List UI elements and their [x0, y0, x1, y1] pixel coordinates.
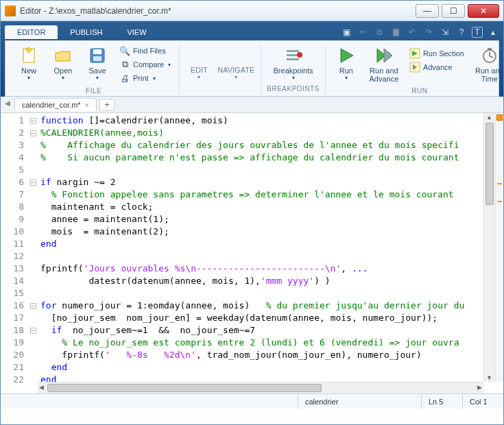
- fold-toggle: [28, 164, 38, 176]
- fold-toggle: [28, 189, 38, 201]
- open-icon: [53, 46, 73, 65]
- message-bar[interactable]: [495, 113, 503, 382]
- code-line[interactable]: %CALENDRIER(annee,mois): [40, 127, 483, 139]
- ribbon-tabs: EDITOR PUBLISH VIEW ▣ ✂ ⧉ 📋 ↶ ↷ ⇲ ? T ▴: [5, 24, 499, 40]
- fold-toggle: [28, 361, 38, 374]
- cut-icon[interactable]: ✂: [357, 26, 369, 38]
- collapse-ribbon-icon[interactable]: ▴: [487, 26, 499, 38]
- find-icon: 🔍: [119, 45, 130, 56]
- svg-point-7: [297, 52, 302, 58]
- code-line[interactable]: [40, 164, 483, 176]
- add-tab-button[interactable]: +: [99, 99, 115, 111]
- maximize-button[interactable]: ☐: [442, 4, 465, 18]
- advance-button[interactable]: Advance: [407, 61, 467, 73]
- run-section-button[interactable]: Run Section: [407, 47, 467, 60]
- close-tab-icon[interactable]: ×: [85, 101, 89, 109]
- fold-toggle[interactable]: −: [28, 114, 38, 127]
- fold-toggle[interactable]: −: [28, 300, 38, 312]
- fold-toggle: [28, 139, 38, 151]
- code-line[interactable]: fprintf(' %-8s %2d\n', trad_nom_jour(nom…: [40, 349, 483, 361]
- navigate-button[interactable]: NAVIGATE ▾: [217, 48, 255, 82]
- tab-publish[interactable]: PUBLISH: [58, 25, 115, 39]
- scroll-thumb[interactable]: [485, 123, 494, 205]
- run-advance-button[interactable]: Run and Advance: [365, 45, 403, 84]
- code-line[interactable]: end: [40, 238, 483, 250]
- code-line[interactable]: annee = maintenant(1);: [40, 213, 483, 226]
- breakpoints-button[interactable]: Breakpoints ▾: [271, 45, 316, 82]
- code-line[interactable]: for numero_jour = 1:eomday(annee, mois) …: [40, 300, 483, 312]
- line-number: 8: [2, 201, 24, 213]
- find-files-label: Find Files: [133, 47, 166, 55]
- paste-icon[interactable]: 📋: [389, 26, 402, 38]
- fold-toggle: [28, 263, 38, 275]
- advance-label: Advance: [423, 63, 453, 71]
- code-line[interactable]: [40, 250, 483, 263]
- code-line[interactable]: function []=calendrier(annee, mois): [40, 114, 483, 127]
- open-label: Open: [54, 66, 73, 75]
- line-number: 1: [2, 114, 24, 127]
- qa-toggle-icon[interactable]: T: [472, 27, 483, 38]
- svg-rect-2: [93, 49, 101, 54]
- minimize-button[interactable]: —: [416, 4, 439, 18]
- code-line[interactable]: if nargin ~= 2: [40, 176, 483, 189]
- edit-button[interactable]: EDIT ▾: [185, 48, 213, 82]
- run-button[interactable]: Run ▾: [331, 45, 361, 82]
- open-button[interactable]: Open ▾: [48, 45, 78, 82]
- redo-icon[interactable]: ↷: [422, 26, 435, 38]
- code-line[interactable]: % Fonction appelee sans parametres => de…: [40, 189, 483, 201]
- scroll-thumb[interactable]: [47, 384, 322, 392]
- window-buttons: — ☐ ✕: [413, 4, 499, 18]
- code-line[interactable]: % Affichage du calendrier des jours ouvr…: [40, 139, 483, 151]
- warning-marker[interactable]: [497, 183, 502, 184]
- print-button[interactable]: 🖨Print▾: [117, 72, 173, 84]
- fold-toggle: [28, 312, 38, 324]
- help-icon[interactable]: ?: [455, 26, 468, 38]
- close-button[interactable]: ✕: [468, 4, 499, 18]
- qa-icon-1[interactable]: ▣: [340, 26, 352, 38]
- code-editor[interactable]: 12345678910111213141516171819202122 −−−−…: [1, 113, 503, 382]
- horizontal-scrollbar[interactable]: [38, 382, 483, 393]
- warning-summary-icon[interactable]: [496, 114, 503, 121]
- code-line[interactable]: % Si aucun parametre n'est passe => affi…: [40, 151, 483, 164]
- run-advance-icon: [374, 46, 394, 65]
- code-line[interactable]: end: [40, 374, 483, 382]
- code-line[interactable]: datestr(datenum(annee, mois, 1),'mmm yyy…: [40, 275, 483, 287]
- save-button[interactable]: Save ▾: [82, 45, 112, 82]
- fold-toggle: [28, 250, 38, 263]
- fold-toggle: [28, 349, 38, 361]
- undo-icon[interactable]: ↶: [406, 26, 418, 38]
- code-line[interactable]: [no_jour_sem nom_jour_en] = weekday(date…: [40, 312, 483, 324]
- status-function: calendrier: [298, 394, 421, 409]
- fold-toggle: [28, 275, 38, 287]
- code-line[interactable]: fprintf('Jours ouvrables %s\n-----------…: [40, 263, 483, 275]
- find-files-button[interactable]: 🔍Find Files: [117, 45, 173, 57]
- nav-group-label: [219, 84, 221, 92]
- file-tab[interactable]: calendrier_cor.m* ×: [14, 98, 97, 111]
- code-line[interactable]: if no_jour_sem~=1 && no_jour_sem~=7: [40, 324, 483, 337]
- svg-rect-3: [93, 56, 101, 61]
- tab-view[interactable]: VIEW: [115, 25, 158, 39]
- code-line[interactable]: % Le no_jour_sem est compris entre 2 (lu…: [40, 337, 483, 349]
- code-line[interactable]: end: [40, 361, 483, 374]
- tab-editor[interactable]: EDITOR: [5, 25, 58, 39]
- fold-toggle[interactable]: −: [28, 176, 38, 189]
- code-line[interactable]: mois = maintenant(2);: [40, 226, 483, 238]
- fold-toggle[interactable]: −: [28, 127, 38, 139]
- copy-icon[interactable]: ⧉: [373, 26, 385, 38]
- fold-column[interactable]: −−−−−: [28, 113, 38, 382]
- ribbon-group-edit: EDIT ▾ NAVIGATE ▾: [180, 45, 261, 95]
- code-line[interactable]: maintenant = clock;: [40, 201, 483, 213]
- new-button[interactable]: New ▾: [14, 45, 44, 82]
- code-line[interactable]: [40, 287, 483, 300]
- fold-toggle: [28, 238, 38, 250]
- warning-marker[interactable]: [497, 201, 502, 202]
- vertical-scrollbar[interactable]: [483, 113, 495, 382]
- compare-label: Compare: [133, 60, 164, 69]
- qa-icon-7[interactable]: ⇲: [439, 26, 451, 38]
- fold-toggle: [28, 213, 38, 226]
- fold-toggle[interactable]: −: [28, 324, 38, 337]
- compare-button[interactable]: ⧉Compare▾: [117, 58, 173, 71]
- code-area[interactable]: function []=calendrier(annee, mois)%CALE…: [38, 113, 483, 382]
- run-section-icon: [409, 48, 420, 59]
- run-time-button[interactable]: Run and Time: [471, 45, 504, 84]
